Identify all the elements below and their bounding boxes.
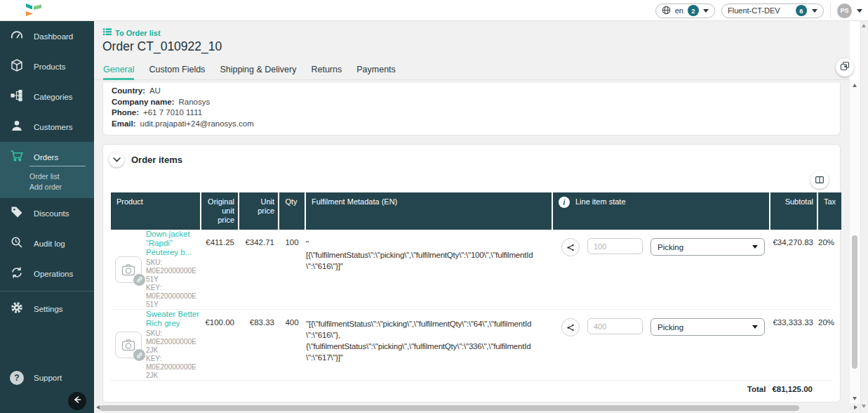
product-sku: SKU: M0E20000000E51Y KEY: M0E20000000E51… bbox=[146, 258, 200, 309]
camera-icon bbox=[121, 263, 136, 277]
globe-icon bbox=[662, 6, 671, 16]
scroll-down-arrow-icon[interactable] bbox=[862, 405, 866, 408]
topbar: en 2 Fluent-CT-DEV 6 PS bbox=[0, 0, 868, 21]
sidebar-item-discounts[interactable]: Discounts bbox=[0, 198, 94, 228]
scroll-down-arrow-icon[interactable] bbox=[853, 397, 857, 400]
line-item-state-select[interactable]: Picking bbox=[650, 318, 765, 336]
camera-icon bbox=[121, 338, 136, 352]
share-icon bbox=[566, 242, 576, 253]
unit-price: €83.33 bbox=[239, 310, 278, 380]
chevron-down-icon bbox=[703, 9, 709, 13]
split-state-button[interactable] bbox=[561, 318, 580, 336]
horizontal-scrollbar-thumb[interactable] bbox=[100, 405, 799, 411]
field-company-name: Company name: Ranosys bbox=[112, 97, 832, 108]
user-menu[interactable]: PS bbox=[837, 4, 862, 18]
sidebar-item-categories[interactable]: Categories bbox=[0, 81, 94, 112]
table-toolbar bbox=[103, 169, 840, 192]
orders-underline bbox=[29, 166, 86, 166]
language-code: en bbox=[675, 6, 683, 15]
cart-icon bbox=[10, 149, 24, 166]
sidebar-item-support[interactable]: ? Support bbox=[0, 364, 94, 392]
state-qty-input[interactable] bbox=[587, 318, 643, 334]
scroll-left-arrow-icon[interactable] bbox=[96, 405, 100, 409]
col-original-unit-price: Original unit price bbox=[201, 192, 238, 230]
project-count-badge: 6 bbox=[796, 5, 807, 16]
language-selector[interactable]: en 2 bbox=[655, 4, 715, 18]
subtotal: €33,333.33 bbox=[770, 310, 817, 380]
project-selector[interactable]: Fluent-CT-DEV 6 bbox=[721, 4, 824, 18]
sidebar-item-orders[interactable]: Orders bbox=[0, 142, 94, 172]
fulfilment-metadata: "[{\"fulfilmentStatus\":\"picking\",\"fu… bbox=[306, 310, 552, 380]
avatar: PS bbox=[837, 4, 852, 18]
order-items-card: Order items Product Original unit price … bbox=[102, 144, 841, 402]
table-row: Down jacket “Rapdi” Peuterey b... SKU: M… bbox=[111, 230, 832, 310]
tab-returns[interactable]: Returns bbox=[311, 65, 342, 80]
table-columns-icon bbox=[814, 174, 825, 185]
sidebar-item-products[interactable]: Products bbox=[0, 51, 94, 81]
line-item-state-cell: Picking bbox=[553, 310, 769, 380]
order-total-row: Total €81,125.00 bbox=[111, 380, 832, 398]
split-state-button[interactable] bbox=[561, 238, 580, 256]
original-unit-price: €411.25 bbox=[201, 230, 238, 309]
section-title: Order items bbox=[131, 155, 182, 165]
chevron-down-icon bbox=[812, 9, 817, 13]
sidebar-support-section: ? Support bbox=[0, 364, 94, 392]
collapse-section-button[interactable] bbox=[109, 152, 124, 167]
sidebar-item-customers[interactable]: Customers bbox=[0, 112, 94, 142]
column-settings-button[interactable] bbox=[810, 171, 829, 189]
sidebar-section-orders-active: Orders Order list Add order bbox=[0, 142, 94, 198]
sidebar-item-order-list[interactable]: Order list bbox=[29, 171, 94, 182]
link-badge-icon bbox=[133, 349, 145, 361]
scroll-up-arrow-icon[interactable] bbox=[853, 84, 857, 87]
line-item-state-select[interactable]: Picking bbox=[650, 238, 765, 256]
product-cell: Sweater Better Rich grey SKU: M0E2000000… bbox=[111, 310, 200, 380]
total-label: Total bbox=[747, 385, 766, 393]
sidebar-item-operations[interactable]: Operations bbox=[0, 258, 94, 289]
tab-shipping-delivery[interactable]: Shipping & Delivery bbox=[220, 65, 296, 80]
copy-order-button[interactable] bbox=[836, 58, 854, 77]
tax: 20% bbox=[818, 230, 841, 309]
info-icon[interactable]: i bbox=[559, 197, 570, 208]
state-qty-input[interactable] bbox=[587, 238, 643, 254]
vertical-scrollbar-thumb[interactable] bbox=[852, 235, 857, 369]
sidebar-item-add-order[interactable]: Add order bbox=[29, 182, 94, 192]
product-info: Down jacket “Rapdi” Peuterey b... SKU: M… bbox=[146, 230, 200, 309]
gear-icon bbox=[10, 301, 24, 317]
commercetools-logo-icon bbox=[25, 3, 42, 18]
page-vertical-scrollbar[interactable] bbox=[860, 21, 868, 413]
sidebar-collapse-button[interactable] bbox=[68, 392, 86, 410]
col-fulfilment-metadata: Fulfilment Metadata (EN) bbox=[306, 192, 552, 230]
unit-price: €342.71 bbox=[239, 230, 278, 309]
list-icon bbox=[103, 28, 112, 37]
customer-info-card: Country: AU Company name: Ranosys Phone:… bbox=[102, 83, 841, 136]
product-sku: SKU: M0E20000000E2JK KEY: M0E20000000E2J… bbox=[146, 329, 200, 380]
scroll-right-arrow-icon[interactable] bbox=[854, 405, 857, 409]
table-row: Sweater Better Rich grey SKU: M0E2000000… bbox=[111, 310, 832, 380]
language-count-badge: 2 bbox=[688, 5, 699, 16]
tag-icon bbox=[10, 205, 24, 222]
tab-general[interactable]: General bbox=[103, 65, 134, 80]
topbar-divider bbox=[830, 3, 831, 18]
person-icon bbox=[10, 119, 24, 136]
tax: 20% bbox=[818, 310, 841, 380]
tab-custom-fields[interactable]: Custom Fields bbox=[149, 65, 205, 80]
subtotal: €34,270.83 bbox=[770, 230, 817, 309]
fulfilment-metadata: " [{\"fulfilmentStatus\":\"picking\",\"f… bbox=[306, 230, 552, 309]
product-link[interactable]: Down jacket “Rapdi” Peuterey b... bbox=[146, 230, 200, 257]
breadcrumb[interactable]: To Order list bbox=[103, 28, 161, 37]
product-cell: Down jacket “Rapdi” Peuterey b... SKU: M… bbox=[111, 230, 200, 309]
sidebar-item-settings[interactable]: Settings bbox=[0, 294, 94, 324]
tab-payments[interactable]: Payments bbox=[356, 65, 396, 80]
scroll-up-arrow-icon[interactable] bbox=[862, 24, 866, 27]
col-tax: Tax bbox=[818, 192, 841, 230]
chevron-down-icon bbox=[752, 325, 758, 329]
original-unit-price: €100.00 bbox=[201, 310, 238, 380]
product-link[interactable]: Sweater Better Rich grey bbox=[146, 310, 200, 328]
sidebar-item-audit-log[interactable]: Audit log bbox=[0, 228, 94, 258]
line-item-state-cell: Picking bbox=[553, 230, 769, 309]
field-phone: Phone: +61 7 7010 1111 bbox=[112, 107, 832, 119]
sidebar: Dashboard Products Categories Customers bbox=[0, 21, 94, 413]
category-tree-icon bbox=[10, 88, 24, 105]
copy-icon bbox=[839, 60, 850, 74]
sidebar-item-dashboard[interactable]: Dashboard bbox=[0, 21, 94, 51]
